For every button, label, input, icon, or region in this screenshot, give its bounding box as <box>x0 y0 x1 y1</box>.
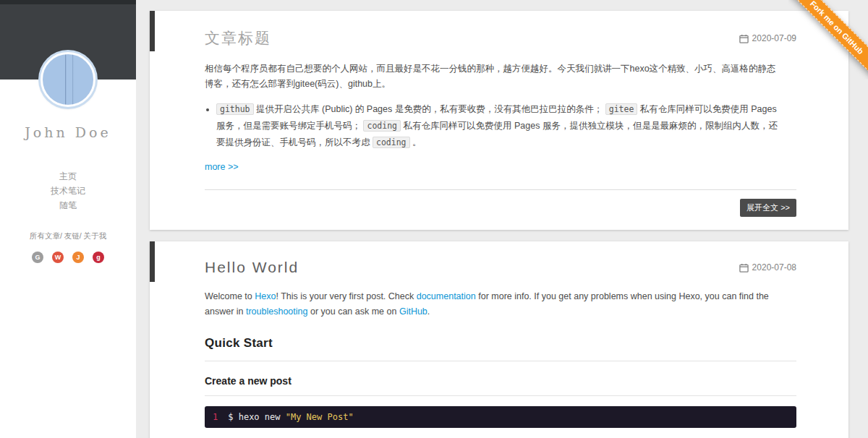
sidebar: John Doe 主页 技术笔记 随笔 所有文章/ 友链/ 关于我 G W J … <box>0 0 136 438</box>
code-block: 1 $ hexo new "My New Post" <box>205 406 796 428</box>
welcome-text: Welcome to <box>205 291 255 301</box>
documentation-link[interactable]: documentation <box>417 291 476 301</box>
post-card-1: 文章标题 2020-07-09 相信每个程序员都有自己想要的个人网站，而且最好是… <box>150 11 848 230</box>
post-intro: 相信每个程序员都有自己想要的个人网站，而且最好是不花一分钱的那种，越方便越好。今… <box>205 61 785 93</box>
calendar-icon <box>739 263 749 272</box>
inline-code: coding <box>373 137 410 148</box>
gitee-icon[interactable]: g <box>93 252 104 263</box>
card-accent-bar <box>150 241 155 282</box>
ribbon-wrap: Fork me on GitHub <box>788 0 868 80</box>
post-bullet-list: github 提供开启公共库 (Public) 的 Pages 是免费的，私有要… <box>205 101 785 151</box>
post-date: 2020-07-08 <box>739 262 796 272</box>
github-issues-link[interactable]: GitHub <box>399 306 427 317</box>
main-content: 文章标题 2020-07-09 相信每个程序员都有自己想要的个人网站，而且最好是… <box>136 0 868 438</box>
post-body: Welcome to Hexo! This is your very first… <box>150 289 848 438</box>
about-link[interactable]: 关于我 <box>84 231 107 240</box>
calendar-icon <box>739 34 749 43</box>
sidebar-item-home[interactable]: 主页 <box>0 169 136 184</box>
post-card-2: Hello World 2020-07-08 Welcome to Hexo! … <box>150 241 848 438</box>
avatar[interactable] <box>41 52 95 107</box>
sidebar-links: 所有文章/ 友链/ 关于我 <box>0 231 136 241</box>
post-header: 文章标题 2020-07-09 <box>150 11 848 48</box>
bullet-text: 。 <box>410 137 422 147</box>
friends-link[interactable]: 友链/ <box>64 231 82 240</box>
fork-me-ribbon[interactable]: Fork me on GitHub <box>788 0 868 77</box>
post-body: 相信每个程序员都有自己想要的个人网站，而且最好是不花一分钱的那种，越方便越好。今… <box>150 61 848 230</box>
inline-code: github <box>216 103 254 115</box>
social-icons-row: G W J g <box>0 252 136 263</box>
code-command: $ hexo new <box>228 412 285 422</box>
sidebar-item-essays[interactable]: 随笔 <box>0 198 136 212</box>
expand-full-text-button[interactable]: 展开全文 >> <box>740 199 796 217</box>
author-name: John Doe <box>0 124 136 140</box>
code-line: $ hexo new "My New Post" <box>222 406 359 428</box>
all-posts-link[interactable]: 所有文章/ <box>30 231 62 240</box>
post-title[interactable]: Hello World <box>205 259 299 276</box>
troubleshooting-link[interactable]: troubleshooting <box>246 306 307 317</box>
jianshu-icon[interactable]: J <box>72 252 84 263</box>
inline-code: coding <box>363 120 401 132</box>
welcome-text: . <box>427 306 430 317</box>
welcome-text: or you can ask me on <box>307 306 399 317</box>
inline-code: gitee <box>605 103 638 115</box>
hexo-link[interactable]: Hexo <box>255 291 276 301</box>
post-date-text: 2020-07-08 <box>752 262 796 272</box>
card-accent-bar <box>150 11 155 51</box>
post-title[interactable]: 文章标题 <box>205 28 271 48</box>
welcome-paragraph: Welcome to Hexo! This is your very first… <box>205 289 785 320</box>
expand-row: 展开全文 >> <box>150 190 848 230</box>
bullet-text: 提供开启公共库 (Public) 的 Pages 是免费的，私有要收费，没有其他… <box>254 104 605 114</box>
weibo-icon[interactable]: W <box>52 252 64 263</box>
post-bullet-item: github 提供开启公共库 (Public) 的 Pages 是免费的，私有要… <box>216 101 785 151</box>
post-header: Hello World 2020-07-08 <box>150 241 848 276</box>
create-post-heading: Create a new post <box>205 373 796 397</box>
page: John Doe 主页 技术笔记 随笔 所有文章/ 友链/ 关于我 G W J … <box>0 0 868 438</box>
code-string: "My New Post" <box>286 412 354 422</box>
code-line-number: 1 <box>205 406 222 428</box>
welcome-text: ! This is your very first post. Check <box>276 291 416 301</box>
more-link[interactable]: more >> <box>205 160 239 175</box>
sidebar-nav: 主页 技术笔记 随笔 <box>0 169 136 212</box>
quick-start-heading: Quick Start <box>205 333 796 361</box>
sidebar-item-tech-notes[interactable]: 技术笔记 <box>0 184 136 198</box>
github-icon[interactable]: G <box>32 252 43 263</box>
